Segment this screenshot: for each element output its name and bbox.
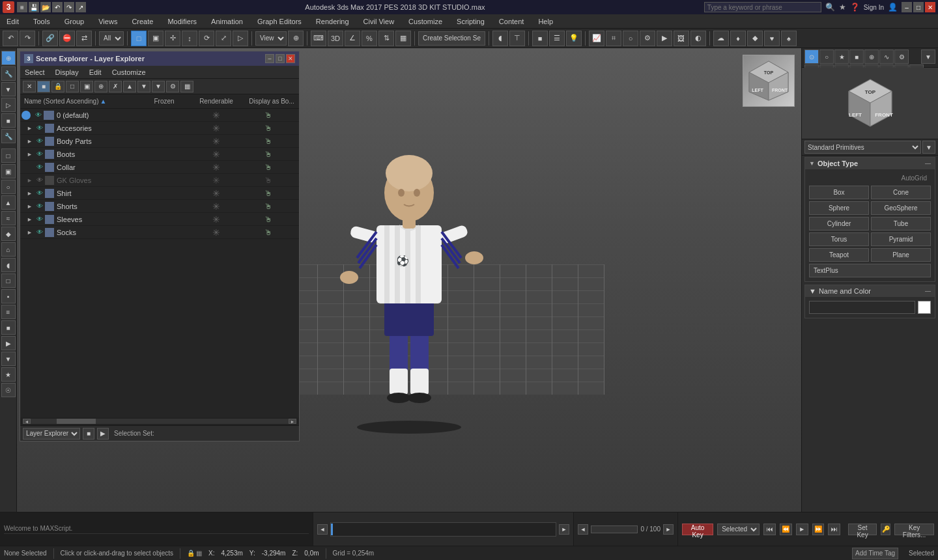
layer-row-sleeves[interactable]: ► 👁 Sleeves ✳ 🖱: [20, 213, 299, 226]
menu-rendering[interactable]: Rendering: [313, 16, 352, 27]
se-tb-delete-btn[interactable]: ✗: [109, 81, 122, 92]
titlebar-menu-btn[interactable]: ≡: [17, 2, 27, 12]
tb-render-btn[interactable]: ▶: [657, 31, 672, 46]
se-tb-lock-btn[interactable]: 🔒: [51, 81, 64, 92]
tb-snap-3d-btn[interactable]: 3D: [328, 31, 343, 46]
rp-camera-btn[interactable]: ■: [849, 49, 864, 64]
layer-frozen-sleeves[interactable]: ✳: [193, 214, 239, 225]
lt-icon4-btn[interactable]: ▲: [1, 195, 16, 210]
tb-schematic-view-btn[interactable]: ⌗: [606, 31, 621, 46]
timeline-prev-btn[interactable]: ◄: [317, 524, 328, 535]
scene-explorer-list[interactable]: 👁 0 (default) ✳ 🖱 ► 👁 Accesor: [20, 109, 299, 417]
tb-unlink-btn[interactable]: ⛔: [59, 31, 75, 46]
layer-visibility-socks[interactable]: 👁: [35, 229, 45, 236]
lt-icon7-btn[interactable]: ⌂: [1, 242, 16, 257]
layer-visibility-accesories[interactable]: 👁: [35, 124, 45, 132]
lt-motion-btn[interactable]: ▷: [1, 98, 16, 112]
window-minimize-btn[interactable]: –: [902, 2, 912, 12]
window-close-btn[interactable]: ✕: [925, 2, 935, 12]
layer-render-boots[interactable]: 🖱: [239, 150, 298, 159]
playback-prev-btn[interactable]: ⏪: [780, 524, 792, 535]
tb-bind-btn[interactable]: ⇄: [76, 31, 92, 46]
menu-animation[interactable]: Animation: [208, 16, 246, 27]
tb-more4-btn[interactable]: ♥: [764, 31, 780, 46]
tb-mirror-btn[interactable]: ◖: [492, 31, 508, 46]
se-menu-customize[interactable]: Customize: [110, 68, 148, 77]
menu-customize[interactable]: Customize: [406, 16, 445, 27]
primitives-type-dropdown[interactable]: Standard Primitives: [804, 141, 921, 154]
layer-render-accesories[interactable]: 🖱: [239, 124, 298, 133]
layer-row-collar[interactable]: 👁 Collar ✳ 🖱: [20, 161, 299, 174]
se-scrollbar-thumb[interactable]: [57, 419, 96, 424]
navigation-cube[interactable]: TOP LEFT FRONT: [743, 55, 795, 107]
layer-frozen-accesories[interactable]: ✳: [193, 123, 239, 133]
tb-more1-btn[interactable]: ☁: [713, 31, 729, 46]
timeline[interactable]: [330, 522, 556, 537]
titlebar-undo-btn[interactable]: ↶: [52, 2, 63, 12]
tb-place-btn[interactable]: ▷: [233, 31, 248, 46]
name-color-header[interactable]: ▼ Name and Color —: [805, 285, 935, 297]
prim-textplus-btn[interactable]: TextPlus: [809, 264, 931, 277]
expand-icon[interactable]: ►: [27, 190, 35, 197]
lt-display-btn[interactable]: ■: [1, 113, 16, 128]
lt-icon11-btn[interactable]: ≡: [1, 305, 16, 319]
key-options-btn[interactable]: 🔑: [881, 524, 890, 535]
titlebar-redo-btn[interactable]: ↷: [64, 2, 74, 12]
lt-icon6-btn[interactable]: ◆: [1, 227, 16, 241]
se-scrollbar-right-btn[interactable]: ►: [289, 419, 296, 424]
tb-material-editor-btn[interactable]: ○: [623, 31, 638, 46]
progress-left-btn[interactable]: ◄: [578, 524, 588, 535]
layer-row-shirt[interactable]: ► 👁 Shirt ✳ 🖱: [20, 187, 299, 200]
tb-layer-btn[interactable]: ■: [532, 31, 548, 46]
se-horizontal-scrollbar[interactable]: ◄ ►: [20, 417, 299, 425]
layer-visibility-bodyparts[interactable]: 👁: [35, 137, 45, 145]
tb-undo-btn[interactable]: ↶: [3, 31, 18, 46]
layer-frozen-gkgloves[interactable]: ✳: [193, 175, 239, 186]
menu-content[interactable]: Content: [496, 16, 527, 27]
se-tb-close-btn[interactable]: ✕: [23, 81, 36, 92]
layer-visibility-shorts[interactable]: 👁: [35, 203, 45, 210]
layer-frozen-shirt[interactable]: ✳: [193, 188, 239, 199]
tb-more3-btn[interactable]: ◆: [747, 31, 763, 46]
layer-row-gkgloves[interactable]: ► 👁 GK Gloves ✳ 🖱: [20, 174, 299, 187]
se-tb-select-all-btn[interactable]: □: [66, 81, 79, 92]
tb-redo-btn[interactable]: ↷: [20, 31, 35, 46]
rp-sphere-btn[interactable]: ○: [819, 49, 834, 64]
se-tb-settings-btn[interactable]: ⚙: [166, 81, 179, 92]
layer-row-bodyparts[interactable]: ► 👁 Body Parts ✳ 🖱: [20, 135, 299, 148]
lt-icon10-btn[interactable]: ▪: [1, 289, 16, 303]
titlebar-save-btn[interactable]: 💾: [29, 2, 39, 12]
rp-more1-btn[interactable]: ▼: [921, 49, 935, 64]
menu-civil-view[interactable]: Civil View: [361, 16, 397, 27]
rp-systems-btn[interactable]: ⚙: [894, 49, 909, 64]
layer-visibility-boots[interactable]: 👁: [35, 150, 45, 158]
tb-more5-btn[interactable]: ♠: [781, 31, 797, 46]
prim-tube-btn[interactable]: Tube: [871, 217, 931, 231]
prim-geosphere-btn[interactable]: GeoSphere: [871, 201, 931, 215]
titlebar-misc-btn[interactable]: ↗: [76, 2, 86, 12]
playback-start-btn[interactable]: ⏮: [763, 524, 776, 535]
timeline-thumb[interactable]: [331, 524, 333, 535]
layer-frozen-socks[interactable]: ✳: [193, 227, 239, 238]
lt-create-btn[interactable]: ⊕: [1, 51, 16, 65]
layer-render-socks[interactable]: 🖱: [239, 228, 298, 237]
prim-sphere-btn[interactable]: Sphere: [809, 201, 869, 215]
tb-pivot-btn[interactable]: ⊕: [288, 31, 304, 46]
playback-end-btn[interactable]: ⏭: [828, 524, 840, 535]
rp-space-warp-btn[interactable]: ∿: [879, 49, 894, 64]
lt-select-filter-btn[interactable]: □: [1, 148, 16, 163]
primitives-arrow-btn[interactable]: ▼: [922, 141, 935, 154]
autogrid-label[interactable]: AutoGrid: [809, 173, 931, 183]
tb-active-shade-btn[interactable]: ◐: [690, 31, 706, 46]
layer-frozen-collar[interactable]: ✳: [193, 162, 239, 173]
tb-edit-constraints-btn[interactable]: ▦: [395, 31, 411, 46]
playback-play-btn[interactable]: ►: [796, 524, 808, 535]
layer-render-shirt[interactable]: 🖱: [239, 189, 298, 198]
help-icon[interactable]: ❓: [850, 3, 860, 12]
layer-render-default[interactable]: 🖱: [239, 111, 298, 120]
expand-icon[interactable]: ►: [27, 216, 35, 223]
se-close-btn[interactable]: ✕: [286, 54, 295, 63]
prim-torus-btn[interactable]: Torus: [809, 232, 869, 246]
set-key-btn[interactable]: Set Key: [848, 524, 876, 535]
tb-select-btn[interactable]: □: [131, 31, 147, 46]
